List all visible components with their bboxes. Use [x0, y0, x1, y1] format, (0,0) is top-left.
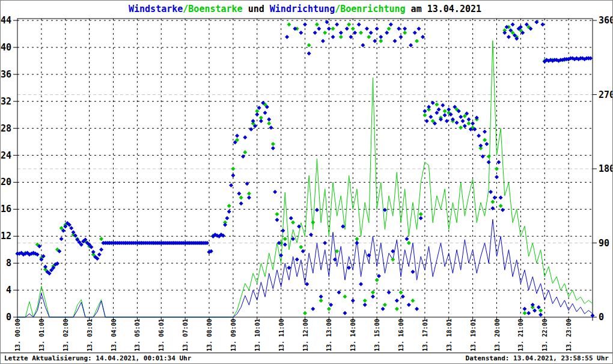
svg-text:13. 04:00: 13. 04:00	[111, 319, 117, 351]
status-bar: Letzte Aktualisierung: 14.04.2021, 00:01…	[1, 353, 612, 363]
svg-text:13. 00:00: 13. 00:00	[14, 319, 21, 351]
svg-text:4: 4	[6, 285, 11, 296]
svg-text:13. 07:01: 13. 07:01	[182, 319, 189, 351]
svg-text:13. 18:01: 13. 18:01	[446, 319, 453, 351]
svg-text:13. 12:00: 13. 12:00	[302, 319, 309, 351]
svg-text:20: 20	[1, 177, 11, 187]
svg-text:13. 11:00: 13. 11:00	[278, 319, 285, 351]
svg-text:13. 01:00: 13. 01:00	[38, 319, 45, 351]
right-axis: 090180270360	[593, 15, 612, 323]
svg-text:16: 16	[1, 204, 11, 214]
svg-text:13. 16:00: 13. 16:00	[398, 319, 404, 351]
svg-text:44: 44	[1, 15, 11, 26]
svg-text:13. 15:00: 13. 15:00	[374, 319, 380, 351]
primary-gridlines	[17, 19, 593, 317]
svg-text:270: 270	[599, 89, 612, 100]
wind-chart-svg: Windstarke/Boenstarke und Windrichtung/B…	[1, 1, 612, 353]
svg-text:13. 13:00: 13. 13:00	[326, 319, 332, 351]
svg-text:13. 03:01: 13. 03:01	[87, 319, 93, 351]
svg-text:24: 24	[1, 150, 11, 161]
chart-canvas: Windstarke/Boenstarke und Windrichtung/B…	[1, 1, 612, 353]
svg-text:13. 06:01: 13. 06:01	[158, 319, 165, 351]
svg-text:8: 8	[6, 258, 11, 268]
data-state-text: Datenstand: 13.04.2021, 23:58:55 Uhr	[466, 354, 609, 362]
svg-text:28: 28	[1, 123, 11, 134]
svg-text:0: 0	[599, 312, 604, 323]
svg-text:40: 40	[1, 42, 11, 53]
svg-text:13. 14:00: 13. 14:00	[350, 319, 356, 351]
wind-chart-page: Windstarke/Boenstarke und Windrichtung/B…	[0, 0, 613, 364]
svg-text:13. 23:00: 13. 23:00	[566, 319, 572, 351]
svg-text:13. 10:01: 13. 10:01	[254, 319, 261, 351]
svg-text:13. 02:00: 13. 02:00	[63, 319, 69, 351]
svg-text:13. 21:00: 13. 21:00	[517, 319, 524, 351]
svg-text:13. 09:00: 13. 09:00	[230, 319, 237, 351]
chart-title: Windstarke/Boenstarke und Windrichtung/B…	[129, 4, 481, 14]
svg-text:36: 36	[1, 69, 11, 80]
svg-text:0: 0	[6, 312, 11, 323]
svg-text:180: 180	[599, 163, 612, 174]
svg-text:13. 19:01: 13. 19:01	[470, 319, 477, 351]
svg-text:Windstarke/Boenstarke und Wind: Windstarke/Boenstarke und Windrichtung/B…	[129, 4, 481, 14]
last-update-text: Letzte Aktualisierung: 14.04.2021, 00:01…	[4, 354, 191, 362]
svg-text:13. 17:01: 13. 17:01	[422, 319, 428, 351]
svg-text:13. 05:01: 13. 05:01	[134, 319, 141, 351]
x-axis: 13. 00:0013. 01:0013. 02:0013. 03:0113. …	[14, 317, 593, 351]
svg-text:13. 22:00: 13. 22:00	[541, 319, 548, 351]
svg-text:13. 20:00: 13. 20:00	[494, 319, 501, 351]
svg-text:32: 32	[1, 96, 11, 107]
left-axis: 048121620242832364044	[1, 15, 17, 323]
svg-text:90: 90	[599, 238, 609, 249]
svg-text:360: 360	[599, 15, 612, 26]
svg-text:12: 12	[1, 231, 11, 241]
svg-text:13. 08:00: 13. 08:00	[206, 319, 213, 351]
